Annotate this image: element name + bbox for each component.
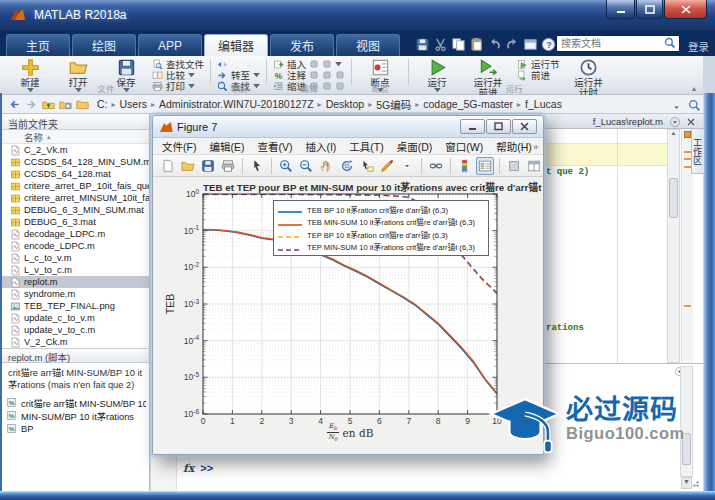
figure-menu-文件(F)[interactable]: 文件(F) — [162, 139, 196, 154]
file-details-header[interactable]: replot.m (脚本) — [2, 348, 149, 363]
legend-tool-button[interactable] — [476, 157, 494, 175]
search-icon[interactable] — [664, 37, 676, 49]
name-column-header[interactable]: 名称 ▴ — [2, 130, 149, 144]
figure-menu-查看(V)[interactable]: 查看(V) — [257, 139, 292, 154]
ribbon-item-注释[interactable]: %注释 — [273, 70, 345, 80]
generic-icon[interactable] — [322, 70, 332, 80]
folder-nav-button[interactable] — [74, 96, 91, 112]
editor-scrollbar[interactable]: ▲ — [667, 129, 680, 363]
ribbon-button-新建[interactable]: 新建 — [8, 57, 52, 85]
close-button[interactable] — [664, 0, 707, 19]
file-decodage_LDPC.m[interactable]: decodage_LDPC.m — [2, 228, 149, 240]
chart-legend[interactable]: TEB BP 10 it茅ration crit猫re d'arr锚t (6,3… — [273, 200, 489, 256]
figure-menu-帮助(H)[interactable]: 帮助(H) — [496, 139, 532, 154]
file-V_2_Ck.m[interactable]: V_2_Ck.m — [2, 336, 149, 348]
rotate-tool-button[interactable] — [338, 157, 356, 175]
window-right-border[interactable] — [704, 93, 715, 500]
toolstrip-tab-绘图[interactable]: 绘图 — [72, 34, 136, 56]
zoomin-tool-button[interactable] — [277, 157, 295, 175]
menu-overflow-icon[interactable]: » — [533, 142, 538, 152]
panes-tool-button[interactable] — [525, 157, 543, 175]
file-L_v_to_c.m[interactable]: L_v_to_c.m — [2, 264, 149, 276]
ribbon-button-运行并计时[interactable]: 运行并 计时 — [564, 57, 614, 85]
back-nav-button[interactable] — [6, 96, 23, 112]
annotation-mark[interactable] — [684, 305, 691, 307]
ribbon-button-运行[interactable]: 运行 — [415, 57, 459, 85]
figure-menu-工具(T)[interactable]: 工具(T) — [349, 139, 383, 154]
cut-quick-button[interactable] — [432, 36, 448, 52]
ribbon-collapse-icon[interactable]: ▴ — [692, 84, 696, 93]
script-section-BP[interactable]: %BP — [6, 422, 146, 435]
file-TEB_TEP_FINAL.png[interactable]: TEB_TEP_FINAL.png — [2, 300, 149, 312]
file-L_c_to_v.m[interactable]: L_c_to_v.m — [2, 252, 149, 264]
ribbon-button-断点[interactable]: 断点 — [358, 57, 402, 85]
annotation-mark[interactable] — [684, 158, 691, 160]
breadcrumb-item[interactable]: Administrator.WIN7U-20180127Z — [157, 98, 316, 110]
figure-menu-插入(I)[interactable]: 插入(I) — [305, 139, 336, 154]
dock-tool-button[interactable] — [505, 157, 523, 175]
file-CCSDS_64_128.mat[interactable]: CCSDS_64_128.mat — [2, 168, 149, 180]
scroll-down-icon[interactable]: ▼ — [681, 477, 692, 489]
doc-search-input[interactable] — [556, 35, 680, 52]
annotation-mark[interactable] — [684, 166, 691, 168]
toolstrip-tab-编辑器[interactable]: 编辑器 — [204, 34, 268, 56]
link-tool-button[interactable] — [427, 157, 445, 175]
paste-quick-button[interactable] — [468, 36, 484, 52]
print-tool-button[interactable] — [219, 157, 237, 175]
annotation-mark[interactable] — [684, 151, 691, 153]
colorbar-tool-button[interactable] — [456, 157, 474, 175]
figure-menu-窗口(W)[interactable]: 窗口(W) — [445, 139, 483, 154]
ribbon-button-打开[interactable]: 打开 — [56, 57, 100, 85]
file-C_2_Vk.m[interactable]: C_2_Vk.m — [2, 144, 149, 156]
figure-menu-编辑(E)[interactable]: 编辑(E) — [209, 139, 244, 154]
open-tool-button[interactable] — [179, 157, 197, 175]
save-tool-button[interactable] — [199, 157, 217, 175]
toolstrip-tab-主页[interactable]: 主页 — [6, 34, 70, 56]
breadcrumb-item[interactable]: Desktop — [324, 98, 367, 110]
hand-tool-button[interactable] — [317, 157, 335, 175]
caret-address-button[interactable] — [672, 98, 681, 116]
window-quick-button[interactable] — [522, 36, 538, 52]
file-DEBUG_6_3.mat[interactable]: DEBUG_6_3.mat — [2, 216, 149, 228]
lens-address-button[interactable] — [688, 98, 701, 116]
figure-menu-桌面(D)[interactable]: 桌面(D) — [397, 139, 433, 154]
file-critere_arret_MINSUM_10it_fa...[interactable]: critere_arret_MINSUM_10it_fa... — [2, 192, 149, 204]
recent-nav-button[interactable] — [57, 96, 74, 112]
file-DEBUG_6_3_MIN_SUM.mat[interactable]: DEBUG_6_3_MIN_SUM.mat — [2, 204, 149, 216]
copy-quick-button[interactable] — [450, 36, 466, 52]
ribbon-button-保存[interactable]: 保存 — [104, 57, 148, 85]
window-bottom-border[interactable] — [0, 491, 715, 500]
file-syndrome.m[interactable]: syndrome.m — [2, 288, 149, 300]
save-quick-button[interactable] — [414, 36, 430, 52]
script-section-crit猫re arr锚t MIN-SUM/BP 10[interactable]: %crit猫re arr锚t MIN-SUM/BP 10 — [6, 396, 146, 409]
fwd-nav-button[interactable] — [23, 96, 40, 112]
figure-titlebar[interactable]: Figure 7 — [153, 116, 543, 138]
file-critere_arret_BP_10it_fais_que...[interactable]: critere_arret_BP_10it_fais_que... — [2, 180, 149, 192]
cursor-tool-button[interactable] — [248, 157, 266, 175]
file-update_v_to_c.m[interactable]: update_v_to_c.m — [2, 324, 149, 336]
file-CCSDS_64_128_MIN_SUM.mat[interactable]: CCSDS_64_128_MIN_SUM.mat — [2, 156, 149, 168]
editor-tab-title[interactable]: f_Lucas\replot.m — [593, 116, 663, 127]
editor-menu-icon[interactable] — [669, 116, 681, 128]
figure-minimize-button[interactable] — [460, 119, 485, 134]
up-nav-button[interactable] — [40, 96, 57, 112]
main-titlebar[interactable]: MATLAB R2018a — [0, 0, 715, 30]
ribbon-item-插入[interactable]: 插入 — [273, 59, 345, 69]
breadcrumb-item[interactable]: C: — [95, 98, 110, 110]
file-encode_LDPC.m[interactable]: encode_LDPC.m — [2, 240, 149, 252]
breadcrumb-item[interactable]: 5G编码 — [374, 97, 413, 112]
login-link[interactable]: 登录 — [688, 39, 709, 54]
caret-tool-button[interactable] — [398, 157, 416, 175]
breadcrumb-item[interactable]: Users — [118, 98, 149, 110]
toolstrip-tab-发布[interactable]: 发布 — [270, 34, 334, 56]
ribbon-button-运行并前进[interactable]: 运行并 前进 — [463, 57, 513, 85]
ribbon-item-前进[interactable]: 前进 — [517, 70, 560, 80]
figure-maximize-button[interactable] — [486, 119, 511, 134]
address-bar[interactable]: C:▸Users▸Administrator.WIN7U-20180127Z▸D… — [0, 95, 703, 114]
page-tool-button[interactable] — [159, 157, 177, 175]
editor-scroll-thumb[interactable] — [669, 178, 678, 218]
breadcrumb-item[interactable]: f_Lucas — [523, 98, 564, 110]
generic-icon[interactable] — [309, 70, 319, 80]
workspace-tab[interactable]: 工作区 — [691, 128, 704, 174]
generic-icon[interactable] — [335, 70, 345, 80]
